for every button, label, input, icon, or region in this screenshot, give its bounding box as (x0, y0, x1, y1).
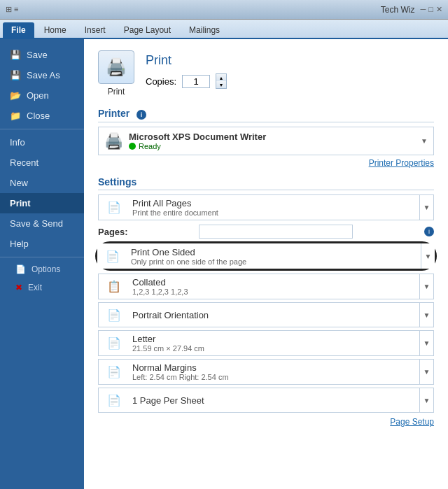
printer-name: Microsoft XPS Document Writer (129, 132, 415, 142)
setting-margins[interactable]: 📄 Normal Margins Left: 2.54 cm Right: 2.… (98, 359, 434, 385)
open-icon: 📂 (10, 90, 21, 101)
pages-per-sheet-text: 1 Page Per Sheet (130, 392, 419, 409)
printer-dropdown-arrow: ▼ (421, 137, 428, 145)
spinner-down[interactable]: ▼ (216, 81, 226, 88)
printer-status: Ready (129, 142, 415, 150)
title-bar: ⊞ ≡ Tech Wiz ─ □ ✕ (0, 0, 448, 20)
printer-section-header: Printer i (98, 108, 434, 122)
margins-arrow[interactable]: ▼ (419, 360, 433, 384)
settings-section-header: Settings (98, 176, 434, 190)
pages-per-sheet-icon: 📄 (99, 394, 130, 407)
copies-spinner[interactable]: ▲ ▼ (216, 73, 227, 89)
orientation-icon: 📄 (99, 309, 130, 322)
print-header: 🖨️ Print Print Copies: ▲ ▼ (98, 50, 434, 97)
sidebar-item-help[interactable]: Help (0, 234, 84, 254)
minimize-btn[interactable]: ─ (421, 5, 426, 14)
sidebar-item-close[interactable]: 📁 Close (0, 106, 84, 126)
orientation-text: Portrait Orientation (130, 307, 419, 323)
print-all-icon: 📄 (99, 201, 130, 214)
ribbon-tabs: File Home Insert Page Layout Mailings (0, 20, 448, 39)
collated-icon: 📋 (99, 280, 130, 293)
copies-row: Copies: ▲ ▼ (146, 73, 227, 89)
sidebar-item-open[interactable]: 📂 Open (0, 85, 84, 106)
pages-per-sheet-arrow[interactable]: ▼ (419, 388, 433, 412)
pages-label: Pages: (98, 227, 128, 237)
print-icon: 🖨️ (98, 50, 134, 84)
one-sided-icon: 📄 (97, 250, 128, 263)
sidebar-item-print[interactable]: Print (0, 193, 84, 213)
setting-paper-size[interactable]: 📄 Letter 21.59 cm × 27.94 cm ▼ (98, 330, 434, 356)
setting-print-all-pages[interactable]: 📄 Print All Pages Print the entire docum… (98, 194, 434, 220)
paper-size-icon: 📄 (99, 336, 130, 350)
save-as-icon: 💾 (10, 70, 21, 80)
tab-file[interactable]: File (3, 22, 34, 38)
print-button[interactable]: 🖨️ Print (98, 50, 134, 97)
window-icon: ⊞ ≡ (6, 5, 18, 14)
paper-size-text: Letter 21.59 cm × 27.94 cm (130, 331, 419, 355)
margins-icon: 📄 (99, 365, 130, 378)
close-btn[interactable]: ✕ (436, 5, 442, 14)
orientation-arrow[interactable]: ▼ (419, 303, 433, 327)
print-one-sided-highlighted: 📄 Print One Sided Only print on one side… (95, 241, 437, 271)
title-bar-text: Tech Wiz (381, 5, 415, 15)
sidebar-item-save-send[interactable]: Save & Send (0, 213, 84, 234)
exit-icon: ✖ (15, 283, 22, 292)
pages-info-icon[interactable]: i (424, 227, 434, 236)
setting-pages-per-sheet[interactable]: 📄 1 Page Per Sheet ▼ (98, 388, 434, 413)
print-options: Print Copies: ▲ ▼ (146, 50, 227, 89)
tab-mailings[interactable]: Mailings (181, 22, 228, 38)
tab-insert[interactable]: Insert (76, 22, 114, 38)
pages-input[interactable] (199, 225, 353, 239)
options-icon: 📄 (15, 264, 26, 274)
save-icon: 💾 (10, 50, 21, 60)
tab-page-layout[interactable]: Page Layout (115, 22, 179, 38)
paper-size-arrow[interactable]: ▼ (419, 331, 433, 355)
setting-orientation[interactable]: 📄 Portrait Orientation ▼ (98, 302, 434, 327)
sidebar-item-options[interactable]: 📄 Options (0, 260, 84, 278)
sidebar-item-exit[interactable]: ✖ Exit (0, 278, 84, 297)
sidebar-item-info[interactable]: Info (0, 132, 84, 153)
close-file-icon: 📁 (10, 111, 21, 121)
spinner-up[interactable]: ▲ (216, 74, 226, 81)
sidebar-item-recent[interactable]: Recent (0, 153, 84, 173)
margins-text: Normal Margins Left: 2.54 cm Right: 2.54… (130, 360, 419, 384)
print-all-text: Print All Pages Print the entire documen… (130, 195, 419, 220)
one-sided-arrow[interactable]: ▼ (421, 243, 435, 269)
page-setup-link[interactable]: Page Setup (98, 417, 434, 427)
print-all-arrow[interactable]: ▼ (419, 195, 433, 220)
printer-icon: 🖨️ (104, 132, 123, 150)
printer-row[interactable]: 🖨️ Microsoft XPS Document Writer Ready ▼ (98, 127, 434, 155)
collated-arrow[interactable]: ▼ (419, 274, 433, 299)
sidebar-item-save[interactable]: 💾 Save (0, 45, 84, 65)
tab-home[interactable]: Home (36, 22, 75, 38)
setting-print-one-sided[interactable]: 📄 Print One Sided Only print on one side… (97, 243, 435, 269)
maximize-btn[interactable]: □ (428, 5, 433, 14)
setting-collated[interactable]: 📋 Collated 1,2,3 1,2,3 1,2,3 ▼ (98, 274, 434, 299)
print-title: Print (146, 53, 227, 68)
printer-info-icon[interactable]: i (136, 110, 146, 120)
sidebar-item-new[interactable]: New (0, 173, 84, 193)
one-sided-text: Print One Sided Only print on one side o… (128, 244, 421, 269)
pages-row: Pages: i (98, 225, 434, 239)
sidebar-item-save-as[interactable]: 💾 Save As (0, 65, 84, 85)
main-content: 🖨️ Print Print Copies: ▲ ▼ Printer i (84, 39, 448, 489)
sidebar: 💾 Save 💾 Save As 📂 Open 📁 Close Info Rec… (0, 39, 84, 489)
main-container: 💾 Save 💾 Save As 📂 Open 📁 Close Info Rec… (0, 39, 448, 489)
sidebar-divider-2 (0, 257, 84, 257)
copies-input[interactable] (182, 75, 210, 88)
status-dot (129, 143, 136, 150)
printer-info: Microsoft XPS Document Writer Ready (129, 132, 415, 150)
window-controls[interactable]: ─ □ ✕ (421, 5, 442, 14)
copies-label: Copies: (146, 76, 176, 87)
printer-properties-link[interactable]: Printer Properties (98, 158, 434, 168)
sidebar-divider (0, 129, 84, 129)
collated-text: Collated 1,2,3 1,2,3 1,2,3 (130, 274, 419, 299)
